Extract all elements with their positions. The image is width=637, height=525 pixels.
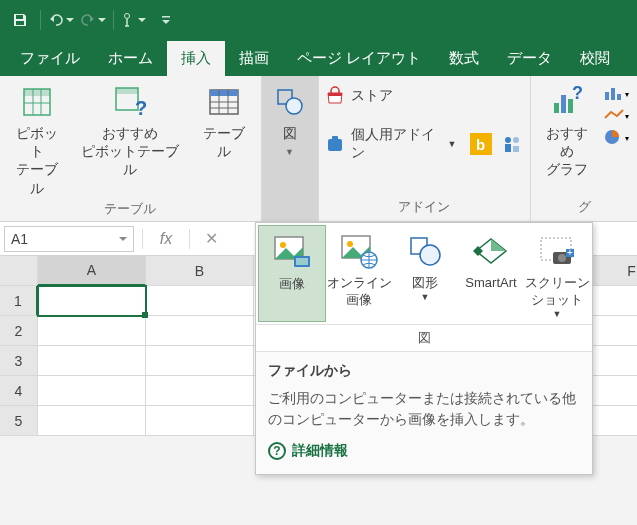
cell[interactable] <box>146 406 254 436</box>
gallery-item-smartart[interactable]: SmartArt <box>458 225 524 322</box>
gallery-item-shapes[interactable]: 図形 ▼ <box>392 225 458 322</box>
undo-button[interactable] <box>47 6 75 34</box>
svg-rect-10 <box>116 88 138 94</box>
svg-text:+: + <box>567 247 573 258</box>
svg-rect-5 <box>24 89 50 96</box>
cell[interactable] <box>38 406 146 436</box>
column-header[interactable]: A <box>38 256 146 286</box>
cell[interactable] <box>38 286 146 316</box>
gallery-item-screenshot[interactable]: + スクリーン ショット ▼ <box>524 225 590 322</box>
tooltip-help-link[interactable]: ? 詳細情報 <box>268 442 580 460</box>
ribbon-tabs: ファイル ホーム 挿入 描画 ページ レイアウト 数式 データ 校閲 <box>0 40 637 76</box>
name-box[interactable]: A1 <box>4 226 134 252</box>
tooltip-body: ご利用のコンピューターまたは接続されている他のコンピューターから画像を挿入します… <box>268 388 580 430</box>
recommended-pivot-button[interactable]: ? おすすめ ピボットテーブル <box>73 80 187 179</box>
row-header[interactable]: 2 <box>0 316 38 346</box>
svg-rect-1 <box>16 21 24 25</box>
cell[interactable] <box>146 286 254 316</box>
cell[interactable] <box>38 376 146 406</box>
column-header[interactable]: B <box>146 256 254 286</box>
illustrations-button[interactable]: 図 ▼ <box>262 76 318 221</box>
svg-text:▾: ▾ <box>625 112 629 121</box>
svg-point-19 <box>286 98 302 114</box>
row-header[interactable]: 5 <box>0 406 38 436</box>
tab-file[interactable]: ファイル <box>6 41 94 76</box>
gallery-group-label: 図 <box>256 325 592 352</box>
store-label: ストア <box>351 87 393 105</box>
chevron-down-icon: ▼ <box>553 309 562 321</box>
chevron-down-icon: ▼ <box>447 139 456 149</box>
tab-insert[interactable]: 挿入 <box>167 41 225 76</box>
gallery-item-label: スクリーン ショット <box>525 275 590 309</box>
svg-rect-0 <box>16 15 23 19</box>
svg-text:▾: ▾ <box>625 90 629 99</box>
tab-formulas[interactable]: 数式 <box>435 41 493 76</box>
gallery-item-label: 図形 <box>412 275 438 292</box>
pivot-table-button[interactable]: ピボット テーブル <box>6 80 67 197</box>
my-addins-label: 個人用アドイン <box>351 126 440 162</box>
title-bar <box>0 0 637 40</box>
svg-text:?: ? <box>572 85 583 103</box>
row-header[interactable]: 1 <box>0 286 38 316</box>
cell[interactable] <box>146 376 254 406</box>
cancel-button[interactable]: ✕ <box>198 229 224 248</box>
chart-type-button[interactable]: ▾ <box>603 106 631 124</box>
cell[interactable] <box>38 346 146 376</box>
tab-data[interactable]: データ <box>493 41 566 76</box>
pivot-table-label: ピボット テーブル <box>10 124 63 197</box>
qat-customize-button[interactable] <box>152 6 180 34</box>
select-all-corner[interactable] <box>0 256 38 286</box>
recommended-charts-button[interactable]: ? おすすめ グラフ <box>537 80 597 179</box>
svg-rect-42 <box>296 258 308 265</box>
gallery-item-online-image[interactable]: オンライン 画像 <box>326 225 392 322</box>
ribbon: ピボット テーブル ? おすすめ ピボットテーブル テーブル テーブル 図 <box>0 76 637 222</box>
svg-point-44 <box>347 241 353 247</box>
table-icon <box>206 84 242 120</box>
svg-point-2 <box>125 14 130 19</box>
tab-home[interactable]: ホーム <box>94 41 167 76</box>
svg-rect-26 <box>505 144 511 152</box>
save-icon[interactable] <box>6 6 34 34</box>
touch-mode-button[interactable] <box>120 6 148 34</box>
tab-draw[interactable]: 描画 <box>225 41 283 76</box>
help-icon: ? <box>268 442 286 460</box>
recommended-pivot-icon: ? <box>112 84 148 120</box>
svg-rect-28 <box>554 103 559 113</box>
group-addins-label: アドイン <box>398 195 450 221</box>
shapes-icon <box>403 231 447 271</box>
row-header[interactable]: 4 <box>0 376 38 406</box>
cell[interactable] <box>146 316 254 346</box>
tooltip: ファイルから ご利用のコンピューターまたは接続されている他のコンピューターから画… <box>256 352 592 474</box>
people-graph-icon[interactable] <box>502 133 524 155</box>
cell[interactable] <box>38 316 146 346</box>
redo-button[interactable] <box>79 6 107 34</box>
table-button[interactable]: テーブル <box>193 80 254 160</box>
chart-type-button[interactable]: ▾ <box>603 128 631 146</box>
online-picture-icon <box>337 231 381 271</box>
group-illustrations: 図 ▼ <box>262 76 319 221</box>
svg-point-47 <box>420 245 440 265</box>
cell[interactable] <box>146 346 254 376</box>
svg-point-25 <box>513 137 519 143</box>
group-charts: ? おすすめ グラフ ▾ ▾ ▾ グ <box>531 76 637 221</box>
group-tables: ピボット テーブル ? おすすめ ピボットテーブル テーブル テーブル <box>0 76 262 221</box>
addin-icon <box>325 134 345 154</box>
shapes-icon <box>272 84 308 120</box>
illustrations-label: 図 <box>283 124 297 142</box>
tab-review[interactable]: 校閲 <box>566 41 624 76</box>
tab-page-layout[interactable]: ページ レイアウト <box>283 41 435 76</box>
tooltip-title: ファイルから <box>268 362 580 380</box>
svg-rect-27 <box>513 146 519 152</box>
fx-button[interactable]: fx <box>151 230 181 248</box>
bing-maps-icon[interactable]: b <box>470 133 492 155</box>
my-addins-button[interactable]: 個人用アドイン ▼ b <box>325 126 525 162</box>
svg-rect-13 <box>210 90 238 96</box>
chart-type-button[interactable]: ▾ <box>603 84 631 102</box>
chevron-down-icon: ▼ <box>285 148 294 157</box>
gallery-item-image[interactable]: 画像 <box>258 225 326 322</box>
row-header[interactable]: 3 <box>0 346 38 376</box>
table-label: テーブル <box>197 124 250 160</box>
svg-rect-21 <box>332 136 338 141</box>
svg-text:b: b <box>476 136 485 153</box>
store-button[interactable]: ストア <box>325 86 525 106</box>
